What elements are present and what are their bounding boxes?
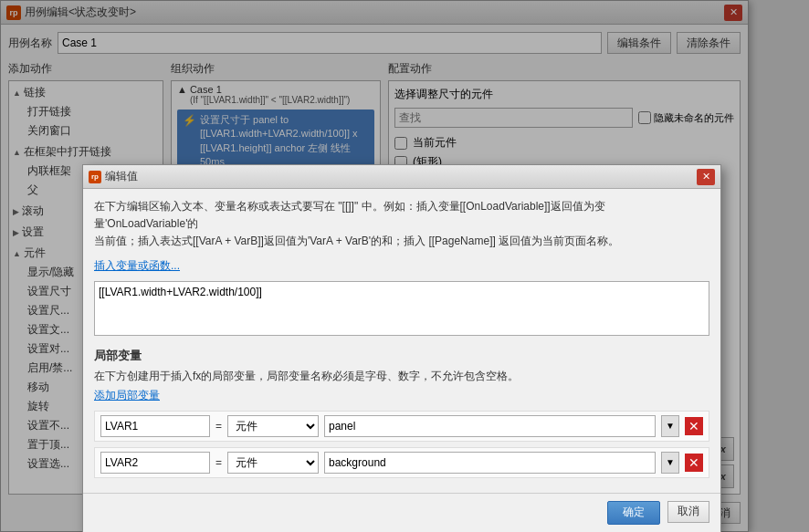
dialog-desc: 在下方编辑区输入文本、变量名称或表达式要写在 "[[]]" 中。例如：插入变量[… bbox=[94, 198, 709, 251]
local-vars-section: 局部变量 在下方创建用于插入fx的局部变量，局部变量名称必须是字母、数字，不允许… bbox=[94, 348, 709, 478]
var-delete-btn-2[interactable]: ✕ bbox=[685, 454, 703, 472]
local-vars-add-link[interactable]: 添加局部变量 bbox=[94, 388, 160, 403]
var-value-1[interactable] bbox=[324, 415, 656, 437]
dialog-desc-line2: 当前值；插入表达式[[VarA + VarB]]返回值为'VarA + VarB… bbox=[94, 235, 619, 247]
var-value-2[interactable] bbox=[324, 452, 656, 474]
dialog-desc-line1: 在下方编辑区输入文本、变量名称或表达式要写在 "[[]]" 中。例如：插入变量[… bbox=[94, 200, 605, 230]
local-vars-title: 局部变量 bbox=[94, 348, 709, 364]
dialog-body: 在下方编辑区输入文本、变量名称或表达式要写在 "[[]]" 中。例如：插入变量[… bbox=[83, 189, 720, 493]
dialog-footer: 确定 取消 bbox=[83, 493, 720, 532]
edit-dialog: rp 编辑值 ✕ 在下方编辑区输入文本、变量名称或表达式要写在 "[[]]" 中… bbox=[82, 164, 721, 532]
var-dropdown-btn-2[interactable]: ▼ bbox=[661, 452, 679, 474]
var-name-2[interactable] bbox=[100, 452, 210, 474]
var-type-select-2[interactable]: 元件 bbox=[227, 452, 319, 474]
local-vars-desc: 在下方创建用于插入fx的局部变量，局部变量名称必须是字母、数字，不允许包含空格。 bbox=[94, 368, 709, 384]
var-row-1: = 元件 ▼ ✕ bbox=[94, 411, 709, 442]
var-equals-1: = bbox=[215, 420, 222, 433]
var-equals-2: = bbox=[215, 456, 222, 469]
dialog-confirm-button[interactable]: 确定 bbox=[607, 501, 660, 525]
dialog-close-button[interactable]: ✕ bbox=[697, 169, 715, 185]
var-name-1[interactable] bbox=[100, 415, 210, 437]
dialog-title-text: 编辑值 bbox=[105, 169, 138, 184]
dialog-title-left: rp 编辑值 bbox=[89, 169, 138, 184]
var-row-2: = 元件 ▼ ✕ bbox=[94, 447, 709, 478]
dialog-insert-link[interactable]: 插入变量或函数... bbox=[94, 258, 180, 274]
dialog-cancel-button[interactable]: 取消 bbox=[667, 501, 709, 523]
var-dropdown-btn-1[interactable]: ▼ bbox=[661, 415, 679, 437]
dialog-textarea[interactable] bbox=[94, 281, 709, 336]
dialog-title-bar: rp 编辑值 ✕ bbox=[83, 165, 720, 189]
var-type-select-1[interactable]: 元件 bbox=[227, 415, 319, 437]
var-delete-btn-1[interactable]: ✕ bbox=[685, 417, 703, 435]
dialog-icon: rp bbox=[89, 171, 101, 183]
